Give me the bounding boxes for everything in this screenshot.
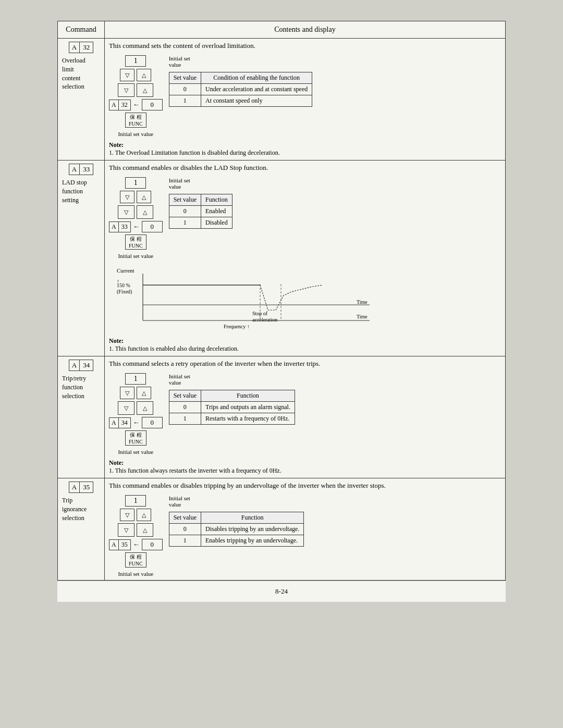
cmd-label-A35: Tripignoranceselection bbox=[62, 496, 100, 522]
section-title-A32: This command sets the content of overloa… bbox=[109, 42, 501, 50]
sv-row-A34: 0Trips and outputs an alarm signal. bbox=[169, 402, 295, 413]
main-table: Command Contents and display A32Overload… bbox=[57, 21, 506, 581]
display-box-A34: 1 bbox=[125, 373, 146, 385]
cmd-number-A35: 35 bbox=[80, 482, 93, 492]
btn-row2-A32: ▽△ bbox=[118, 83, 153, 97]
cmd-row-A34: A34←0 bbox=[109, 417, 163, 428]
down-btn2-A33[interactable]: ▽ bbox=[118, 205, 134, 219]
up-btn2-A32[interactable]: △ bbox=[137, 83, 153, 97]
cmd-box-A32: A32 bbox=[69, 42, 93, 53]
init-set-label-A32: Initial set value bbox=[118, 131, 153, 137]
top-row-A32: 1▽△▽△A32←0保 程 FUNCInitial set valueIniti… bbox=[109, 55, 312, 137]
cmd-row-letter-A35: A bbox=[109, 540, 119, 550]
down-btn-A32[interactable]: ▽ bbox=[120, 69, 134, 81]
time-label: Time bbox=[357, 314, 368, 319]
right-col-A32: Initial setvalueSet valueCondition of en… bbox=[169, 55, 313, 107]
cmd-letter-A32: A bbox=[69, 42, 80, 53]
sv-value-A33: 0 bbox=[169, 206, 201, 217]
diag-col-A35: 1▽△▽△A35←0保 程 FUNCInitial set value bbox=[109, 495, 163, 577]
cmd-row-number-A35: 35 bbox=[119, 540, 130, 550]
note-line-A34-0: Note: bbox=[109, 459, 501, 467]
diag-col-A32: 1▽△▽△A32←0保 程 FUNCInitial set value bbox=[109, 55, 163, 137]
note-line-A34-1: 1. This function always restarts the inv… bbox=[109, 467, 501, 475]
content-cell-A32: This command sets the content of overloa… bbox=[105, 39, 506, 161]
init-val-label-A32: Initial setvalue bbox=[169, 55, 190, 68]
down-btn2-A32[interactable]: ▽ bbox=[118, 83, 134, 97]
header-command: Command bbox=[58, 21, 105, 39]
diagram-wrap-A33: 1▽△▽△A33←0保 程 FUNCInitial set valueIniti… bbox=[109, 177, 501, 259]
sv-desc-A32: Under acceleration and at constant speed bbox=[201, 84, 312, 95]
func-box-A35[interactable]: 保 程 FUNC bbox=[125, 552, 146, 567]
sv-table-A35: Set valueFunction0Disables tripping by a… bbox=[169, 512, 304, 547]
cmd-row-A33: A33←0 bbox=[109, 221, 163, 232]
section-row-A33: A33LAD stopfunctionsettingThis command e… bbox=[58, 161, 506, 356]
sv-header-A34: Set value bbox=[169, 390, 201, 402]
display-box-A35: 1 bbox=[125, 495, 146, 507]
up-btn2-A33[interactable]: △ bbox=[137, 205, 153, 219]
btn-row2-A34: ▽△ bbox=[118, 401, 153, 415]
cmd-row-box-A32: A32 bbox=[109, 100, 131, 110]
frequency-label: Frequency ↑ bbox=[224, 324, 250, 329]
top-row-A35: 1▽△▽△A35←0保 程 FUNCInitial set valueIniti… bbox=[109, 495, 304, 577]
down-btn2-A35[interactable]: ▽ bbox=[118, 523, 134, 537]
down-btn-A33[interactable]: ▽ bbox=[120, 191, 134, 203]
sv-value-A34: 0 bbox=[169, 402, 201, 413]
arrow-A33: ← bbox=[133, 223, 140, 231]
sv-desc-A34: Trips and outputs an alarm signal. bbox=[201, 402, 295, 413]
diag-col-A34: 1▽△▽△A34←0保 程 FUNCInitial set value bbox=[109, 373, 163, 455]
func-box-A33[interactable]: 保 程 FUNC bbox=[125, 235, 146, 250]
diagram-wrap-A35: 1▽△▽△A35←0保 程 FUNCInitial set valueIniti… bbox=[109, 495, 501, 577]
zero-box-A34: 0 bbox=[142, 417, 163, 428]
up-btn-A35[interactable]: △ bbox=[137, 509, 151, 521]
down-btn-A34[interactable]: ▽ bbox=[120, 387, 134, 399]
up-btn-A33[interactable]: △ bbox=[137, 191, 151, 203]
cmd-cell-A32: A32Overloadlimitcontentselection bbox=[58, 39, 105, 161]
section-row-A34: A34Trip/retryfunctionselectionThis comma… bbox=[58, 356, 506, 478]
func-box-A34[interactable]: 保 程 FUNC bbox=[125, 430, 146, 446]
sv-row-A32: 0Under acceleration and at constant spee… bbox=[169, 84, 312, 95]
sv-table-A34: Set valueFunction0Trips and outputs an a… bbox=[169, 390, 295, 425]
top-row-A33: 1▽△▽△A33←0保 程 FUNCInitial set valueIniti… bbox=[109, 177, 232, 259]
cmd-letter-A34: A bbox=[69, 360, 80, 371]
btn-row2-A35: ▽△ bbox=[118, 523, 153, 537]
cmd-cell-A33: A33LAD stopfunctionsetting bbox=[58, 161, 105, 356]
up-btn2-A34[interactable]: △ bbox=[137, 401, 153, 415]
fixed-label: (Fixed) bbox=[117, 289, 132, 295]
control-diagram-A34: 1▽△▽△A34←0保 程 FUNCInitial set valueIniti… bbox=[109, 373, 295, 455]
sv-table-A32: Set valueCondition of enabling the funct… bbox=[169, 72, 313, 107]
func-box-A32[interactable]: 保 程 FUNC bbox=[125, 113, 146, 128]
sv-value-A35: 0 bbox=[169, 524, 201, 535]
accel-label: acceleration bbox=[252, 317, 277, 323]
graph-A33: Current ↑ 150 % (Fixed) Frequency ↑ Stop… bbox=[114, 263, 501, 333]
sv-desc-A33: Enabled bbox=[201, 206, 232, 217]
note-line-A32-1: 1. The Overload Limitation function is d… bbox=[109, 149, 501, 157]
note-line-A33-1: 1. This function is enabled also during … bbox=[109, 345, 501, 353]
note-line-A32-0: Note: bbox=[109, 141, 501, 149]
section-title-A35: This command enables or disables trippin… bbox=[109, 482, 501, 490]
control-diagram-A32: 1▽△▽△A32←0保 程 FUNCInitial set valueIniti… bbox=[109, 55, 312, 137]
page-footer: 8-24 bbox=[57, 581, 506, 602]
down-btn2-A34[interactable]: ▽ bbox=[118, 401, 134, 415]
down-btn-A35[interactable]: ▽ bbox=[120, 509, 134, 521]
cmd-row-number-A33: 33 bbox=[119, 222, 130, 232]
graph-svg-A33: Current ↑ 150 % (Fixed) Frequency ↑ Stop… bbox=[114, 263, 375, 331]
sv-header-A32: Set value bbox=[169, 72, 201, 84]
sv-header-A34: Function bbox=[201, 390, 295, 402]
sv-row-A32: 1At constant speed only bbox=[169, 95, 312, 107]
notes-A32: Note:1. The Overload Limitation function… bbox=[109, 141, 501, 157]
up-btn-A34[interactable]: △ bbox=[137, 387, 151, 399]
sv-row-A34: 1Restarts with a frequency of 0Hz. bbox=[169, 413, 295, 425]
sv-value-A34: 1 bbox=[169, 413, 201, 425]
cmd-number-A34: 34 bbox=[80, 360, 93, 371]
up-btn2-A35[interactable]: △ bbox=[137, 523, 153, 537]
section-row-A32: A32OverloadlimitcontentselectionThis com… bbox=[58, 39, 506, 161]
content-cell-A35: This command enables or disables trippin… bbox=[105, 478, 506, 581]
up-btn-A32[interactable]: △ bbox=[137, 69, 151, 81]
sv-row-A33: 1Disabled bbox=[169, 217, 232, 229]
init-set-label-A35: Initial set value bbox=[118, 571, 153, 577]
sv-header-A35: Function bbox=[201, 512, 304, 524]
notes-A34: Note:1. This function always restarts th… bbox=[109, 459, 501, 475]
sv-desc-A34: Restarts with a frequency of 0Hz. bbox=[201, 413, 295, 425]
cmd-row-box-A35: A35 bbox=[109, 539, 131, 550]
btn-row1-A35: ▽△ bbox=[120, 509, 151, 521]
